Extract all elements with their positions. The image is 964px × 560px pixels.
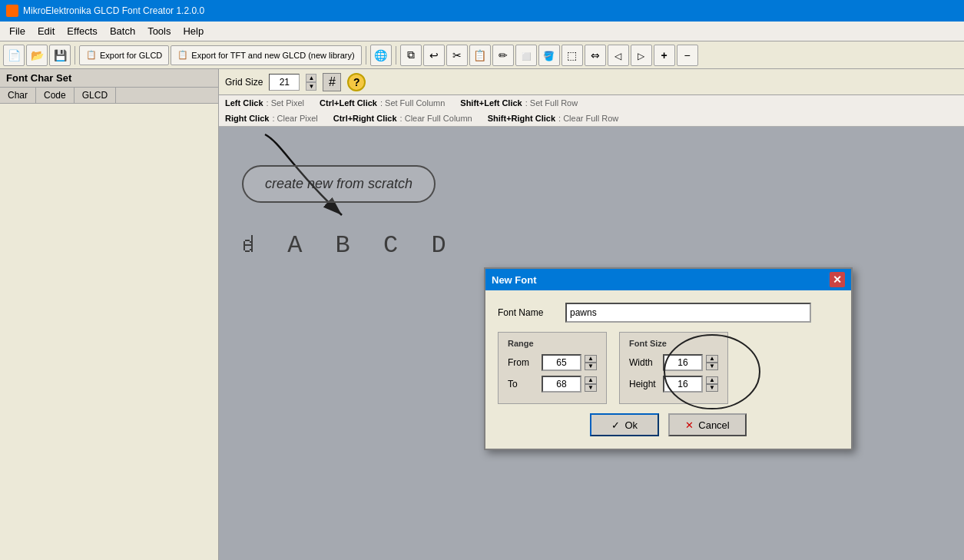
new-button[interactable] [3, 45, 25, 66]
eraser-icon [522, 49, 531, 61]
fill-button[interactable] [538, 45, 560, 66]
font-size-section-title: Font Size [629, 339, 718, 348]
to-up[interactable]: ▲ [585, 376, 597, 384]
export-glcd-label: Export for GLCD [100, 51, 162, 60]
ctrl-left-key: Ctrl+Left Click [320, 98, 377, 108]
app-title: MikroElektronika GLCD Font Creator 1.2.0… [23, 5, 204, 16]
dialog-title: New Font [492, 274, 537, 286]
save-button[interactable] [49, 45, 71, 66]
shift-left-key: Shift+Left Click [460, 98, 522, 108]
eraser-button[interactable] [515, 45, 537, 66]
undo-icon [429, 49, 439, 61]
width-label: Width [629, 357, 660, 368]
mirror-button[interactable] [585, 45, 606, 66]
left-click-group: Left Click : Set Pixel [225, 98, 304, 108]
left-panel-title: Font Char Set [6, 72, 71, 84]
menu-edit[interactable]: Edit [31, 24, 61, 38]
export-tft-label: Export for TFT and new GLCD (new library… [191, 51, 354, 60]
menu-bar: File Edit Effects Batch Tools Help [0, 22, 964, 41]
menu-tools[interactable]: Tools [141, 24, 177, 38]
height-down[interactable]: ▼ [706, 384, 718, 392]
from-input[interactable] [542, 354, 581, 371]
paste-icon [473, 49, 486, 61]
ctrl-left-group: Ctrl+Left Click : Set Full Column [320, 98, 445, 108]
ctrl-right-val: : Clear Full Column [400, 114, 472, 123]
pen-button[interactable] [492, 45, 514, 66]
copy-icon [407, 48, 415, 61]
tab-glcd[interactable]: GLCD [75, 88, 116, 103]
ok-check-icon: ✓ [611, 419, 620, 431]
from-up[interactable]: ▲ [585, 355, 597, 363]
height-up[interactable]: ▲ [706, 376, 718, 384]
del-char-button[interactable] [677, 45, 698, 66]
to-input[interactable] [542, 376, 581, 393]
from-row: From ▲ ▼ [508, 354, 597, 371]
font-size-section: Font Size Width ▲ ▼ [619, 332, 728, 404]
menu-help[interactable]: Help [177, 24, 210, 38]
add-char-button[interactable] [654, 45, 675, 66]
grid-hash-button[interactable]: # [323, 73, 341, 91]
grid-size-up[interactable]: ▲ [306, 74, 316, 82]
paste-button[interactable] [469, 45, 491, 66]
height-label: Height [629, 379, 660, 389]
cut-icon [452, 49, 462, 61]
cut-button[interactable] [446, 45, 468, 66]
grid-size-label: Grid Size [225, 77, 263, 88]
menu-effects[interactable]: Effects [61, 24, 104, 38]
right-icon [638, 49, 644, 61]
shift-right-group: Shift+Right Click : Clear Full Row [488, 114, 619, 123]
new-font-dialog: New Font ✕ Font Name [484, 267, 853, 450]
instructions-bar: Left Click : Set Pixel Ctrl+Left Click :… [219, 95, 964, 127]
width-input[interactable] [663, 354, 703, 371]
tab-char[interactable]: Char [0, 88, 36, 103]
menu-batch[interactable]: Batch [104, 24, 141, 38]
dialog-close-button[interactable]: ✕ [830, 272, 845, 287]
pen-icon [499, 49, 508, 61]
fill-icon [543, 49, 555, 61]
grid-size-input[interactable] [269, 74, 300, 91]
height-row: Height ▲ ▼ [629, 376, 718, 393]
cancel-button[interactable]: ✕ Cancel [668, 413, 746, 436]
canvas-area: create new from scratch ꟈ A B C D New Fo… [219, 127, 964, 560]
sep2 [366, 46, 366, 65]
left-button[interactable] [608, 45, 629, 66]
main-layout: Font Char Set Char Code GLCD Grid Size ▲… [0, 69, 964, 560]
to-down[interactable]: ▼ [585, 384, 597, 392]
tab-code[interactable]: Code [36, 88, 75, 103]
help-button[interactable]: ? [347, 73, 366, 91]
height-input[interactable] [663, 376, 703, 393]
select-button[interactable] [562, 45, 583, 66]
dialog-body: Font Name Range From [485, 290, 851, 449]
right-button[interactable] [631, 45, 652, 66]
grid-size-spinner: ▲ ▼ [306, 74, 316, 91]
dialog-buttons: ✓ Ok ✕ Cancel [498, 413, 839, 436]
open-button[interactable] [26, 45, 48, 66]
ok-label: Ok [624, 419, 638, 431]
main-area: Grid Size ▲ ▼ # ? Left Click : Set Pixel… [219, 69, 964, 560]
dialog-titlebar: New Font ✕ [485, 269, 851, 290]
copy-button[interactable] [400, 45, 422, 66]
width-down[interactable]: ▼ [706, 363, 718, 370]
help-icon: ? [353, 76, 360, 88]
undo-button[interactable] [423, 45, 445, 66]
menu-file[interactable]: File [3, 24, 31, 38]
ok-button[interactable]: ✓ Ok [590, 413, 659, 436]
export-tft-button[interactable]: 📋 Export for TFT and new GLCD (new libra… [171, 45, 361, 65]
export-glcd-icon: 📋 [86, 50, 97, 60]
cancel-label: Cancel [698, 419, 729, 431]
shift-left-val: : Set Full Row [525, 98, 578, 108]
export-glcd-button[interactable]: 📋 Export for GLCD [79, 45, 169, 65]
toolbar: 📋 Export for GLCD 📋 Export for TFT and n… [0, 41, 964, 69]
from-down[interactable]: ▼ [585, 363, 597, 370]
web-button[interactable] [370, 45, 392, 66]
add-char-icon [661, 49, 668, 61]
right-click-val: : Clear Pixel [272, 114, 317, 123]
cancel-x-icon: ✕ [685, 419, 694, 431]
left-panel-tabs: Char Code GLCD [0, 88, 218, 104]
ctrl-right-group: Ctrl+Right Click : Clear Full Column [333, 114, 472, 123]
font-name-input[interactable] [565, 303, 811, 323]
left-panel: Font Char Set Char Code GLCD [0, 69, 219, 560]
to-row: To ▲ ▼ [508, 376, 597, 393]
grid-size-down[interactable]: ▼ [306, 82, 316, 91]
width-up[interactable]: ▲ [706, 355, 718, 363]
